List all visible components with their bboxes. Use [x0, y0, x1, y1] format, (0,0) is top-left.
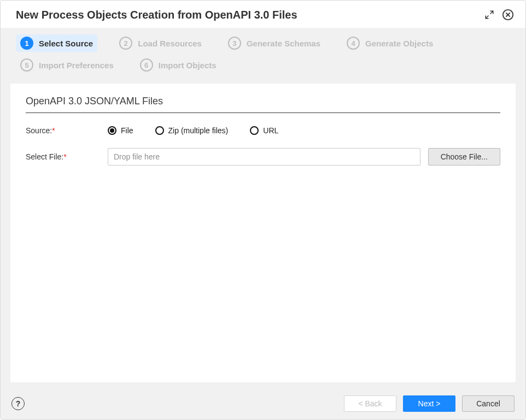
back-button: < Back — [344, 395, 396, 412]
step-indicator: 1 Select Source 2 Load Resources 3 Gener… — [10, 33, 516, 79]
source-option-zip[interactable]: Zip (multiple files) — [155, 126, 229, 135]
radio-label: URL — [263, 126, 278, 135]
close-icon[interactable] — [501, 8, 515, 21]
file-drop-input[interactable] — [108, 148, 420, 165]
step-generate-objects[interactable]: 4 Generate Objects — [342, 34, 437, 52]
step-generate-schemas[interactable]: 3 Generate Schemas — [224, 34, 325, 52]
select-file-row: Select File:* Choose File... — [26, 148, 500, 165]
radio-icon — [155, 126, 164, 135]
dialog-header: New Process Objects Creation from OpenAP… — [1, 1, 525, 28]
step-badge: 2 — [119, 37, 132, 50]
svg-line-0 — [490, 11, 493, 14]
source-option-file[interactable]: File — [108, 126, 133, 135]
svg-line-1 — [486, 16, 488, 19]
section-title: OpenAPI 3.0 JSON/YAML Files — [26, 96, 500, 113]
help-icon[interactable]: ? — [11, 397, 25, 410]
source-option-url[interactable]: URL — [250, 126, 278, 135]
step-label: Generate Objects — [365, 39, 433, 48]
step-badge: 4 — [347, 37, 360, 50]
wizard-dialog: New Process Objects Creation from OpenAP… — [0, 0, 526, 420]
cancel-button[interactable]: Cancel — [462, 395, 515, 412]
radio-icon — [108, 126, 116, 135]
step-badge: 1 — [20, 37, 33, 50]
step-label: Import Objects — [159, 61, 217, 70]
source-label: Source:* — [26, 126, 108, 135]
radio-label: Zip (multiple files) — [168, 126, 229, 135]
expand-icon[interactable] — [483, 8, 496, 21]
dialog-header-controls — [483, 8, 515, 21]
main-panel: OpenAPI 3.0 JSON/YAML Files Source:* Fil… — [10, 84, 516, 382]
next-button[interactable]: Next > — [403, 395, 455, 412]
step-label: Generate Schemas — [247, 39, 320, 48]
step-select-source[interactable]: 1 Select Source — [16, 34, 97, 52]
choose-file-button[interactable]: Choose File... — [428, 148, 500, 165]
step-load-resources[interactable]: 2 Load Resources — [115, 34, 206, 52]
radio-icon — [250, 126, 259, 135]
step-badge: 6 — [140, 58, 153, 72]
select-file-label: Select File:* — [26, 152, 108, 161]
step-label: Import Preferences — [39, 61, 114, 70]
step-badge: 5 — [20, 58, 33, 72]
source-row: Source:* File Zip (multiple files) URL — [26, 126, 500, 135]
file-input-wrap: Choose File... — [108, 148, 500, 165]
dialog-title: New Process Objects Creation from OpenAP… — [16, 9, 297, 21]
step-import-objects[interactable]: 6 Import Objects — [136, 56, 221, 74]
step-import-preferences[interactable]: 5 Import Preferences — [16, 56, 118, 74]
wizard-body: 1 Select Source 2 Load Resources 3 Gener… — [1, 28, 525, 388]
dialog-footer: ? < Back Next > Cancel — [1, 388, 525, 419]
step-badge: 3 — [228, 37, 241, 50]
step-label: Load Resources — [138, 39, 202, 48]
radio-label: File — [121, 126, 133, 135]
footer-buttons: < Back Next > Cancel — [344, 395, 515, 412]
step-label: Select Source — [39, 39, 93, 48]
source-radio-group: File Zip (multiple files) URL — [108, 126, 278, 135]
